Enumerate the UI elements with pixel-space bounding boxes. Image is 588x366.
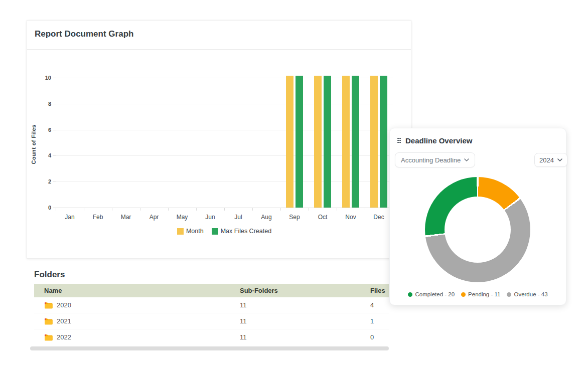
donut-legend-item: Completed - 20 [408, 291, 455, 297]
bar-month-oct [314, 76, 322, 208]
legend-item: Month [177, 228, 204, 235]
x-tick [224, 208, 225, 211]
legend-swatch [212, 228, 218, 235]
x-tick [280, 208, 281, 211]
drag-handle-icon[interactable] [397, 138, 401, 144]
folders-table-body: 2020114 2021111 2022110 [34, 297, 389, 345]
bar-chart: Count of Files 0246810JanFebMarAprMayJun… [27, 21, 411, 258]
y-tick [53, 130, 56, 130]
donut-legend-item: Overdue - 43 [507, 291, 547, 297]
deadline-overview-card: Deadline Overview Accounting Deadline 20… [389, 128, 566, 305]
y-tick [53, 104, 56, 104]
folders-table: NameSub-FoldersFiles 2020114 2021111 202… [34, 284, 389, 345]
x-tick-label: Jun [199, 214, 221, 221]
horizontal-scrollbar[interactable] [30, 346, 389, 350]
files-cell: 0 [360, 333, 389, 341]
x-tick-label: Mar [115, 214, 137, 221]
bar-month-dec [370, 76, 378, 208]
legend-item: Max Files Created [212, 228, 271, 235]
y-tick-label: 2 [37, 178, 51, 185]
x-tick [84, 208, 84, 211]
year-select[interactable]: 2024 [534, 153, 567, 167]
legend-dot-icon [507, 292, 511, 297]
files-cell: 4 [360, 301, 389, 309]
chevron-down-icon [557, 158, 562, 161]
x-tick [252, 208, 253, 211]
y-tick-label: 4 [37, 152, 51, 158]
y-tick [53, 181, 56, 182]
sub-folders-cell: 11 [230, 301, 360, 309]
files-cell: 1 [360, 317, 389, 325]
legend-swatch [177, 228, 184, 235]
donut-chart [425, 177, 530, 282]
deadline-type-select[interactable]: Accounting Deadline [395, 152, 475, 167]
donut-legend: Completed - 20Pending - 11Overdue - 43 [390, 291, 566, 297]
x-tick-label: Sep [283, 214, 306, 221]
deadline-type-select-value: Accounting Deadline [401, 156, 461, 164]
x-tick-label: Apr [143, 214, 165, 221]
folder-name-cell[interactable]: 2022 [34, 333, 230, 341]
x-tick-label: Nov [340, 214, 362, 221]
folder-icon [44, 318, 53, 325]
table-row-2020[interactable]: 2020114 [34, 297, 389, 313]
x-tick-label: Aug [255, 214, 277, 221]
bar-max-files-created-dec [380, 76, 387, 208]
folder-name-cell[interactable]: 2020 [34, 301, 230, 309]
table-row-2021[interactable]: 2021111 [34, 313, 389, 329]
bar-max-files-created-sep [296, 76, 303, 208]
y-tick-label: 8 [37, 101, 51, 107]
folder-name: 2021 [57, 317, 71, 325]
folder-name-cell[interactable]: 2021 [34, 317, 230, 325]
donut-legend-label: Completed - 20 [415, 291, 455, 297]
deadline-overview-title: Deadline Overview [405, 136, 472, 145]
y-tick-label: 6 [37, 127, 51, 133]
folders-section: Folders NameSub-FoldersFiles 2020114 202… [27, 270, 389, 350]
column-header-name: Name [34, 287, 230, 294]
donut-legend-item: Pending - 11 [461, 291, 500, 297]
x-tick [365, 208, 365, 211]
y-tick-label: 0 [37, 205, 51, 211]
y-tick [53, 155, 56, 156]
sub-folders-cell: 11 [230, 333, 360, 341]
chevron-down-icon [464, 158, 469, 161]
bar-max-files-created-nov [352, 76, 359, 208]
table-row-2022[interactable]: 2022110 [34, 329, 389, 345]
bar-month-nov [342, 76, 350, 208]
year-select-value: 2024 [539, 156, 554, 164]
column-header-sub-folders: Sub-Folders [230, 287, 360, 294]
folder-icon [44, 334, 53, 341]
x-tick [112, 208, 112, 211]
folders-table-header: NameSub-FoldersFiles [34, 284, 389, 297]
legend-dot-icon [408, 292, 412, 297]
x-tick [56, 208, 56, 211]
folder-name: 2022 [57, 333, 71, 341]
bar-max-files-created-oct [324, 76, 331, 208]
x-tick [196, 208, 197, 211]
x-tick-label: Jan [59, 214, 81, 221]
folder-icon [44, 302, 53, 309]
donut-hole [445, 197, 511, 263]
x-tick-label: Feb [87, 214, 109, 221]
y-tick [53, 78, 56, 78]
donut-legend-label: Pending - 11 [468, 291, 500, 297]
x-tick [337, 208, 337, 211]
legend-label: Month [186, 228, 204, 235]
x-tick-label: Oct [312, 214, 334, 221]
legend-label: Max Files Created [221, 228, 271, 235]
x-tick [168, 208, 169, 211]
x-tick-label: Jul [227, 214, 249, 221]
folders-title: Folders [34, 270, 389, 280]
bar-month-sep [286, 76, 293, 208]
x-tick [309, 208, 309, 211]
x-tick-label: Dec [368, 214, 390, 221]
bar-chart-legend: MonthMax Files Created [56, 228, 393, 235]
donut-legend-label: Overdue - 43 [514, 291, 547, 297]
sub-folders-cell: 11 [230, 317, 360, 325]
x-tick-label: May [171, 214, 193, 221]
x-tick [140, 208, 140, 211]
column-header-files: Files [360, 287, 389, 294]
legend-dot-icon [461, 292, 466, 297]
report-graph-card: Report Document Graph Count of Files 024… [27, 20, 411, 259]
y-axis-title: Count of Files [31, 119, 37, 169]
folder-name: 2020 [57, 301, 71, 309]
